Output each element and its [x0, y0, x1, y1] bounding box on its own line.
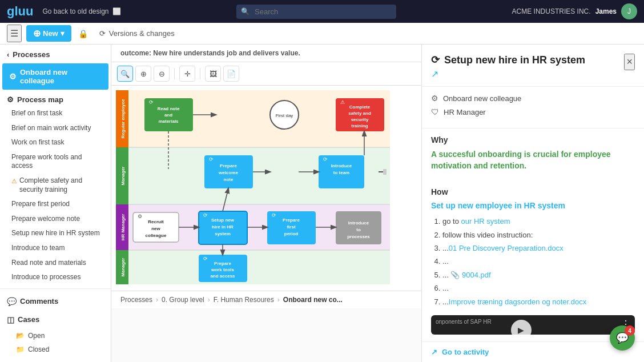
- video-thumbnail[interactable]: onponents of SAP HR SAR HR DEMO ▶ ⋮: [431, 315, 635, 335]
- warning-icon: ⚠: [11, 177, 17, 185]
- right-panel-title-text: Setup new hire in HR system: [444, 54, 585, 66]
- hr-system-link[interactable]: our HR system: [461, 217, 510, 226]
- versions-label: Versions & changes: [109, 29, 175, 38]
- diagram-toolbar: 🔍 ⊕ ⊖ ✛ 🖼 📄: [111, 62, 421, 86]
- breadcrumb-sep-3: ›: [277, 296, 280, 304]
- breadcrumb-processes[interactable]: Processes: [120, 296, 152, 304]
- breadcrumb-sep-1: ›: [156, 296, 158, 304]
- back-label: Go back to old design: [42, 7, 108, 15]
- zoom-in-button[interactable]: 🔍: [117, 66, 133, 82]
- cases-open-item[interactable]: 📂 Open: [0, 329, 111, 343]
- svg-text:Read note: Read note: [158, 106, 180, 111]
- svg-text:⟳: ⟳: [323, 156, 328, 162]
- process-meta-icon: ⚙: [431, 94, 438, 103]
- sidebar-item-introduce-team[interactable]: Introduce to team: [0, 241, 111, 256]
- parent-process-label: Onboard new colleague: [443, 94, 521, 103]
- plus-icon: ⊕: [33, 28, 41, 39]
- sidebar-item-brief-main-work[interactable]: Brief on main work activity: [0, 121, 111, 136]
- comments-label: Comments: [20, 297, 58, 305]
- play-button[interactable]: ▶: [511, 320, 532, 335]
- process-map-label: Process map: [17, 95, 63, 104]
- sidebar-item-introduce-processes[interactable]: Introduce to processes: [0, 270, 111, 285]
- zoom-fit-button[interactable]: ⊕: [135, 66, 151, 82]
- svg-text:First day: First day: [276, 113, 293, 118]
- how-title[interactable]: Set up new employee in HR system: [431, 201, 635, 210]
- svg-text:⚙: ⚙: [138, 214, 142, 219]
- svg-text:HR Manager: HR Manager: [120, 214, 126, 241]
- back-to-old-design-link[interactable]: Go back to old design ⬜: [42, 7, 120, 15]
- sidebar-item-setup-new-hire[interactable]: Setup new hire in HR system: [0, 226, 111, 241]
- sidebar-item-brief-first-task[interactable]: Brief on first task: [0, 106, 111, 121]
- list-item: ... 📎 9004.pdf: [442, 268, 635, 281]
- image-tool-button[interactable]: 🖼: [205, 66, 221, 82]
- user-name: James: [595, 7, 617, 15]
- sidebar-item-onboard-new-colleague[interactable]: ⚙ Onboard new colleague: [2, 63, 108, 90]
- breadcrumb-current: Onboard new co...: [283, 296, 343, 304]
- breadcrumb-human-resources[interactable]: F. Human Resoures: [214, 296, 274, 304]
- docx-link-2[interactable]: Improve træning dagsorden og noter.docx: [449, 297, 586, 306]
- svg-text:first: first: [287, 224, 295, 230]
- new-label: New: [43, 29, 58, 38]
- cases-section-btn[interactable]: ◫ Cases: [0, 311, 111, 329]
- sidebar-item-complete-safety[interactable]: ⚠ Complete safety and security training: [0, 174, 111, 197]
- swim-lane-diagram: Regular employee Manager HR Manager Mana…: [116, 90, 390, 284]
- process-diagram: Regular employee Manager HR Manager Mana…: [111, 86, 421, 291]
- zoom-out-button[interactable]: ⊖: [154, 66, 170, 82]
- docx-link-1[interactable]: 01 Pre Discovery Preparation.docx: [449, 244, 564, 252]
- process-map-header: ⚙ Process map: [0, 91, 111, 106]
- svg-text:Regular employee: Regular employee: [120, 99, 126, 138]
- svg-text:welcome: welcome: [218, 170, 238, 175]
- cases-label: Cases: [18, 315, 39, 324]
- hamburger-menu-button[interactable]: ☰: [7, 25, 22, 42]
- role-label: HR Manager: [444, 108, 486, 116]
- svg-text:work tools: work tools: [211, 267, 235, 272]
- chevron-down-icon: ▾: [61, 29, 65, 38]
- svg-text:note: note: [224, 177, 234, 182]
- sidebar-item-prepare-first-period[interactable]: Prepare first period: [0, 197, 111, 212]
- svg-text:Complete: Complete: [349, 104, 371, 110]
- svg-text:Prepare: Prepare: [283, 218, 300, 223]
- breadcrumb-group-level[interactable]: 0. Group level: [162, 296, 204, 304]
- user-info: ACME INDUSTRIES INC. James J: [512, 3, 637, 19]
- close-panel-button[interactable]: ×: [624, 54, 635, 70]
- svg-text:materials: materials: [158, 119, 179, 124]
- process-icon: ⚙: [9, 72, 17, 81]
- right-panel: ⟳ Setup new hire in HR system ↗ × ⚙ Onbo…: [421, 45, 644, 362]
- svg-text:Prepare: Prepare: [220, 163, 237, 168]
- complete-safety-label: Complete safety and security training: [19, 176, 104, 194]
- svg-text:⟳: ⟳: [203, 212, 208, 218]
- svg-text:and: and: [164, 112, 172, 118]
- svg-rect-72: [383, 169, 387, 175]
- expand-link[interactable]: ↗: [431, 69, 624, 79]
- topbar: gluu Go back to old design ⬜ 🔍 ACME INDU…: [0, 0, 644, 23]
- list-item: go to our HR system: [442, 215, 635, 228]
- search-input[interactable]: [236, 5, 396, 19]
- go-activity-label: Go to activity: [442, 348, 489, 356]
- new-button[interactable]: ⊕ New ▾: [26, 25, 71, 42]
- svg-text:security: security: [351, 117, 369, 122]
- video-label: onponents of SAP HR: [436, 319, 492, 325]
- comments-section-btn[interactable]: 💬 Comments: [0, 292, 111, 311]
- sidebar-item-prepare-welcome-note[interactable]: Prepare welcome note: [0, 212, 111, 227]
- list-item: ...: [442, 255, 635, 268]
- cases-closed-item[interactable]: 📁 Closed: [0, 343, 111, 356]
- role-row: 🛡 HR Manager: [431, 107, 635, 116]
- sidebar: ‹ Processes ⚙ Onboard new colleague ⚙ Pr…: [0, 45, 111, 362]
- why-label: Why: [431, 135, 635, 144]
- versions-changes-button[interactable]: ⟳ Versions & changes: [95, 27, 179, 40]
- processes-section-header[interactable]: ‹ Processes: [0, 45, 111, 62]
- go-to-activity-button[interactable]: ↗ Go to activity: [422, 341, 644, 362]
- cases-icon: ◫: [7, 315, 14, 324]
- svg-text:hire in HR: hire in HR: [212, 224, 234, 230]
- pdf-link[interactable]: 9004.pdf: [462, 271, 491, 279]
- toolbar-separator: [174, 68, 175, 79]
- select-tool-button[interactable]: ✛: [179, 66, 195, 82]
- sidebar-item-read-note[interactable]: Read note and materials: [0, 256, 111, 271]
- chat-button[interactable]: 💬 4: [610, 325, 635, 351]
- file-tool-button[interactable]: 📄: [223, 66, 239, 82]
- how-list: go to our HR system follow this video in…: [431, 215, 635, 308]
- sidebar-item-prepare-work-tools[interactable]: Prepare work tools and access: [0, 150, 111, 174]
- folder-closed-icon: 📁: [16, 345, 25, 353]
- go-activity-icon: ↗: [431, 348, 437, 356]
- sidebar-item-work-first-task[interactable]: Work on first task: [0, 135, 111, 150]
